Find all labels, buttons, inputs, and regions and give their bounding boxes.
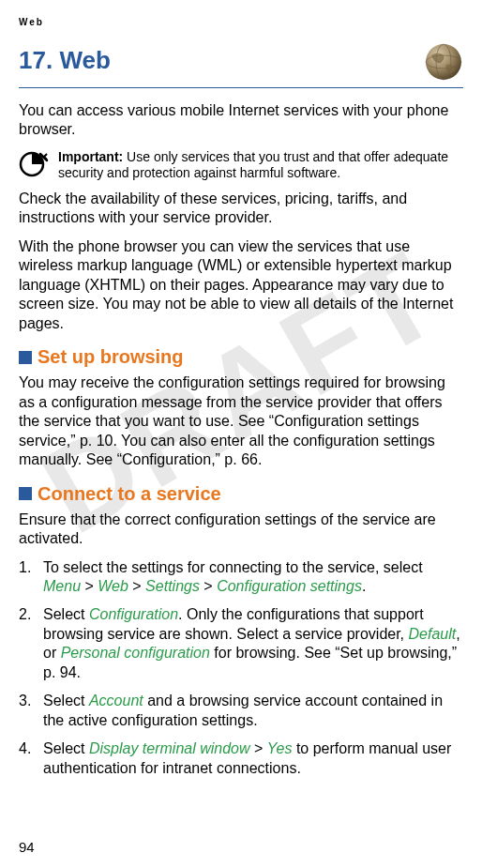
link-text: Yes [267,740,293,756]
section-heading-connect: Connect to a service [19,483,463,505]
link-text: Account [89,693,143,708]
link-text: Menu [43,578,81,594]
intro-text: You can access various mobile Internet s… [19,101,463,140]
chapter-number: 17. [19,46,53,74]
globe-icon [424,42,463,82]
setup-text: You may receive the configuration settin… [19,373,463,469]
page-number: 94 [19,839,35,855]
link-text: Display terminal window [89,740,250,756]
connect-intro: Ensure that the correct configuration se… [19,510,463,549]
section-bullet-icon [19,487,32,500]
section-title-connect: Connect to a service [38,483,221,505]
browser-description: With the phone browser you can view the … [19,237,463,333]
section-title-setup: Set up browsing [38,346,184,368]
chapter-title: 17. Web [19,46,111,75]
availability-text: Check the availability of these services… [19,190,463,228]
important-note: Important: Use only services that you tr… [19,149,463,182]
link-text: Settings [145,578,200,594]
chapter-title-row: 17. Web [19,46,463,88]
list-item: Select Display terminal window > Yes to … [19,739,463,778]
chapter-name: Web [59,46,110,74]
important-icon [19,151,49,177]
link-text: Web [98,578,128,594]
list-item: To select the settings for connecting to… [19,558,463,597]
link-text: Default [409,626,457,642]
link-text: Configuration settings [217,578,362,594]
link-text: Personal configuration [61,645,210,661]
list-item: Select Configuration. Only the configura… [19,605,463,682]
section-heading-setup: Set up browsing [19,346,463,368]
section-bullet-icon [19,351,32,364]
important-label: Important: [58,149,123,164]
running-header: Web [19,17,463,27]
link-text: Configuration [89,606,178,622]
list-item: Select Account and a browsing service ac… [19,692,463,730]
important-text: Important: Use only services that you tr… [58,149,463,182]
connect-steps-list: To select the settings for connecting to… [19,558,463,779]
svg-point-0 [426,44,461,80]
